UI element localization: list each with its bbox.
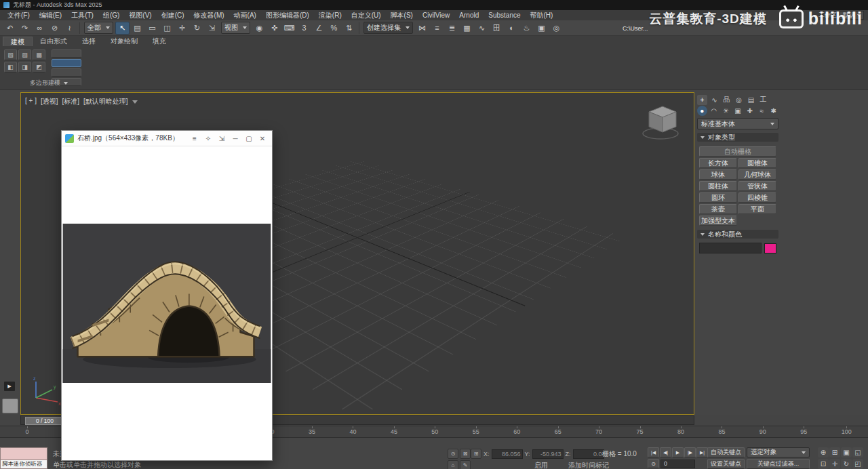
rollout-name-color[interactable]: 名称和颜色 xyxy=(697,230,778,239)
maxscript-mini-listener[interactable]: 脚本迷你侦听器 xyxy=(0,447,47,469)
isolate-selection-icon[interactable]: ⊙ xyxy=(448,449,458,459)
menu-item[interactable]: 自定义(U) xyxy=(347,10,386,20)
ribbon-poly-icon-5[interactable]: ◨ xyxy=(18,62,31,73)
menu-item[interactable]: 渲染(R) xyxy=(314,10,347,20)
next-frame-icon[interactable]: |▶ xyxy=(684,447,696,457)
render-setup-icon[interactable]: ♨ xyxy=(519,22,534,35)
rollout-object-type[interactable]: 对象类型 xyxy=(697,133,778,142)
polygon-modeling-panel-label[interactable]: 多边形建模 xyxy=(9,79,88,87)
schematic-view-icon[interactable]: 田 xyxy=(490,22,504,35)
viewport-label-segment[interactable]: [ + ] xyxy=(25,97,37,106)
object-type-button[interactable]: 管状体 xyxy=(738,181,776,191)
listener-macro-pane[interactable] xyxy=(0,447,47,460)
viewer-menu-icon[interactable]: ≡ xyxy=(189,133,201,144)
category-geometry[interactable]: ● xyxy=(697,106,707,116)
tab-utilities[interactable]: 工 xyxy=(758,95,768,105)
viewer-maximize-icon[interactable]: ▢ xyxy=(243,133,255,144)
viewport-label-segment[interactable]: [透视] xyxy=(41,97,58,106)
zoom-extents-icon[interactable]: ▣ xyxy=(841,447,852,457)
autogrid-button[interactable]: 自动栅格 xyxy=(699,146,776,157)
listener-script-pane[interactable]: 脚本迷你侦听器 xyxy=(0,460,47,469)
menu-item[interactable]: 脚本(S) xyxy=(386,10,418,20)
ribbon-tab[interactable]: 选择 xyxy=(75,37,103,46)
object-type-button[interactable]: 平面 xyxy=(738,204,776,214)
object-type-button[interactable]: 圆柱体 xyxy=(699,181,737,191)
selection-lock-icon[interactable]: ⊠ xyxy=(460,449,471,459)
menu-item[interactable]: 文件(F) xyxy=(3,10,35,20)
image-viewer-titlebar[interactable]: 石桥.jpg（564×433像素，78KB） ≡✧⇲─▢✕ xyxy=(62,131,272,146)
zoom-icon[interactable]: ⊕ xyxy=(818,447,829,457)
ribbon-stack-btn-1[interactable] xyxy=(52,49,81,58)
set-key-button[interactable]: 设置关键点 xyxy=(707,459,745,469)
object-type-button[interactable]: 几何球体 xyxy=(738,169,776,180)
window-crossing-icon[interactable]: ◫ xyxy=(160,22,174,35)
previous-frame-icon[interactable]: ◀| xyxy=(660,447,671,457)
time-tag-icon[interactable]: ✎ xyxy=(460,460,471,469)
render-production-icon[interactable]: ◎ xyxy=(549,22,564,35)
select-and-rotate-icon[interactable]: ↻ xyxy=(190,22,204,35)
viewport-label-segment[interactable]: [标准] xyxy=(62,97,80,106)
category-space-warps[interactable]: ≈ xyxy=(757,106,767,116)
key-filters-button[interactable]: 关键点过滤器... xyxy=(747,459,810,469)
tab-modify[interactable]: ∿ xyxy=(709,95,719,105)
spinner-snap-icon[interactable]: ⇅ xyxy=(342,22,356,35)
menu-item[interactable]: 工具(T) xyxy=(66,10,98,20)
menu-item[interactable]: 帮助(H) xyxy=(526,10,558,20)
tab-motion[interactable]: ◎ xyxy=(734,95,744,105)
key-set-dropdown[interactable]: 选定对象 xyxy=(747,447,810,457)
viewer-pin-icon[interactable]: ✧ xyxy=(202,133,214,144)
category-systems[interactable]: ✱ xyxy=(768,106,778,116)
percent-snap-icon[interactable]: % xyxy=(327,22,341,35)
object-color-swatch[interactable] xyxy=(764,243,776,253)
object-type-button[interactable]: 茶壶 xyxy=(699,204,737,214)
pan-icon[interactable]: ✛ xyxy=(829,459,840,469)
menu-item[interactable]: Substance xyxy=(484,10,525,20)
selection-filter-dropdown[interactable]: 全部 xyxy=(84,22,113,34)
viewport-layout-expand-icon[interactable]: ▶ xyxy=(4,382,15,391)
x-coordinate-field[interactable]: 86.056 xyxy=(492,449,523,459)
align-icon[interactable]: ≡ xyxy=(430,22,444,35)
viewcube[interactable] xyxy=(641,102,684,142)
ribbon-poly-icon-4[interactable]: ◧ xyxy=(4,62,17,73)
object-type-button[interactable]: 球体 xyxy=(699,169,737,180)
ribbon-stack-btn-3[interactable] xyxy=(52,68,81,77)
ribbon-tab[interactable]: 建模 xyxy=(3,37,33,46)
object-type-button[interactable]: 长方体 xyxy=(699,158,737,168)
ribbon-tab[interactable]: 对象绘制 xyxy=(103,37,145,46)
current-frame-field[interactable]: 0 xyxy=(660,460,695,468)
keyboard-shortcut-override-icon[interactable]: ⌨ xyxy=(282,22,296,35)
status-home-icon[interactable]: ⌂ xyxy=(448,460,458,469)
snaps-toggle-3d-icon[interactable]: 3 xyxy=(297,22,311,35)
unlink-selection-icon[interactable]: ⊘ xyxy=(47,22,62,35)
menu-item[interactable]: 视图(V) xyxy=(124,10,156,20)
select-and-move-icon[interactable]: ✛ xyxy=(175,22,189,35)
scene-explorer-icon[interactable]: ▦ xyxy=(460,22,474,35)
viewer-minimize-icon[interactable]: ─ xyxy=(229,133,241,144)
reference-coordinate-dropdown[interactable]: 视图 xyxy=(221,22,250,34)
viewer-close-icon[interactable]: ✕ xyxy=(256,133,269,144)
viewport-label-segment[interactable]: [默认明暗处理] xyxy=(83,97,128,106)
select-and-scale-icon[interactable]: ⇲ xyxy=(205,22,219,35)
ribbon-poly-icon-3[interactable]: ▩ xyxy=(33,49,45,60)
object-type-button[interactable]: 四棱锥 xyxy=(738,192,776,203)
select-and-manipulate-icon[interactable]: ✜ xyxy=(267,22,281,35)
ribbon-poly-icon-1[interactable]: ▧ xyxy=(4,49,17,60)
auto-key-button[interactable]: 自动关键点 xyxy=(707,447,745,457)
window-titlebar[interactable]: 无标题 - Autodesk 3ds Max 2025 xyxy=(0,0,868,10)
time-slider-handle[interactable]: 0 / 100 xyxy=(25,417,64,425)
viewport-filter-icon[interactable] xyxy=(132,100,138,106)
ribbon-poly-icon-2[interactable]: ▨ xyxy=(18,49,31,60)
go-to-end-icon[interactable]: ▶| xyxy=(696,447,708,457)
category-cameras[interactable]: ▣ xyxy=(733,106,743,116)
add-time-tag[interactable]: 添加时间标记 xyxy=(568,461,609,469)
primitive-type-dropdown[interactable]: 标准基本体 xyxy=(697,118,778,129)
ribbon-tab[interactable]: 自由形式 xyxy=(33,37,75,46)
ribbon-stack-btn-2[interactable] xyxy=(52,59,81,67)
menu-item[interactable]: 图形编辑器(D) xyxy=(261,10,314,20)
material-editor-icon[interactable]: ◐ xyxy=(505,22,519,35)
menu-item[interactable]: 修改器(M) xyxy=(189,10,229,20)
menu-item[interactable]: 组(G) xyxy=(98,10,124,20)
object-type-button[interactable]: 圆环 xyxy=(699,192,737,203)
object-type-button[interactable]: 加强型文本 xyxy=(699,216,737,226)
workspace-dropdown[interactable]: 默认 xyxy=(840,11,864,20)
